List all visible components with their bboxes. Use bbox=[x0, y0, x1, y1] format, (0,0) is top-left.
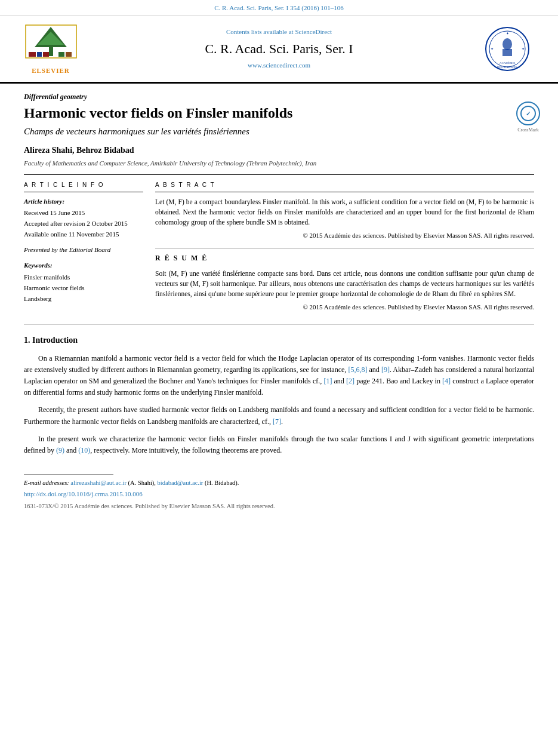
sd-contents-text: Contents lists available at ScienceDirec… bbox=[84, 27, 474, 37]
article-body: Differential geometry Harmonic vector fi… bbox=[0, 92, 558, 511]
ref-9-eq[interactable]: (9) bbox=[56, 446, 64, 454]
journal-center-info: Contents lists available at ScienceDirec… bbox=[84, 27, 474, 70]
svg-marker-3 bbox=[38, 32, 64, 45]
crossmark-icon: ✓ bbox=[520, 105, 537, 122]
footer-separator bbox=[24, 474, 113, 475]
ref-568[interactable]: [5,6,8] bbox=[348, 365, 367, 374]
ref-10-eq[interactable]: (10) bbox=[78, 446, 90, 454]
svg-rect-8 bbox=[66, 52, 72, 57]
france-logo-svg: ACADÉMIE DES SCIENCES ✦ ✦ ✦ bbox=[483, 25, 531, 73]
svg-rect-4 bbox=[29, 52, 36, 57]
section-label: Differential geometry bbox=[24, 92, 534, 102]
subtitle: Champs de vecteurs harmoniques sur les v… bbox=[24, 125, 534, 139]
intro-paragraph-1: On a Riemannian manifold a harmonic vect… bbox=[24, 353, 534, 399]
ref-4[interactable]: [4] bbox=[442, 377, 451, 385]
history-label: Article history: bbox=[24, 197, 143, 207]
ref-9[interactable]: [9] bbox=[381, 365, 390, 374]
elsevier-logo-svg bbox=[23, 22, 79, 64]
keyword-1: Finsler manifolds bbox=[24, 273, 143, 282]
crossmark-badge: ✓ bbox=[516, 102, 540, 125]
keyword-3: Landsberg bbox=[24, 294, 143, 304]
crossmark-container: ✓ CrossMark bbox=[516, 102, 540, 134]
svg-rect-1 bbox=[49, 47, 53, 56]
svg-text:✦: ✦ bbox=[506, 32, 509, 35]
journal-title: C. R. Acad. Sci. Paris, Ser. I bbox=[84, 39, 474, 59]
main-title: Harmonic vector fields on Finsler manifo… bbox=[24, 105, 534, 122]
top-citation-bar: C. R. Acad. Sci. Paris, Ser. I 354 (2016… bbox=[0, 0, 558, 16]
svg-rect-7 bbox=[58, 52, 64, 57]
email-2-link[interactable]: bidabad@aut.ac.ir bbox=[158, 480, 204, 486]
journal-header: ELSEVIER Contents lists available at Sci… bbox=[0, 16, 558, 84]
footer-doi[interactable]: http://dx.doi.org/10.1016/j.crma.2015.10… bbox=[24, 490, 534, 499]
svg-text:✦: ✦ bbox=[522, 47, 525, 51]
ref-1[interactable]: [1] bbox=[323, 377, 332, 385]
footer-email-line: E-mail addresses: alirezashahi@aut.ac.ir… bbox=[24, 478, 534, 487]
ref-2[interactable]: [2] bbox=[346, 377, 354, 385]
abstract-column: A B S T R A C T Let (M, F) be a compact … bbox=[155, 181, 534, 312]
email-2-name: (H. Bidabad). bbox=[205, 480, 239, 486]
svg-text:✓: ✓ bbox=[526, 110, 531, 117]
resume-title: R É S U M É bbox=[155, 248, 534, 263]
main-content: 1. Introduction On a Riemannian manifold… bbox=[24, 324, 534, 456]
email-label: E-mail addresses: bbox=[24, 480, 69, 486]
abstract-copyright: © 2015 Académie des sciences. Published … bbox=[155, 231, 534, 241]
citation-text: C. R. Acad. Sci. Paris, Ser. I 354 (2016… bbox=[214, 4, 344, 11]
keywords-label: Keywords: bbox=[24, 261, 143, 271]
affiliation: Faculty of Mathematics and Computer Scie… bbox=[24, 159, 534, 175]
svg-text:ACADÉMIE: ACADÉMIE bbox=[500, 62, 515, 64]
svg-rect-6 bbox=[43, 52, 49, 57]
crossmark-label: CrossMark bbox=[516, 127, 540, 134]
svg-text:DES SCIENCES: DES SCIENCES bbox=[497, 66, 518, 69]
intro-section-title: 1. Introduction bbox=[24, 334, 534, 346]
journal-url[interactable]: www.sciencedirect.com bbox=[84, 61, 474, 70]
keyword-2: Harmonic vector fields bbox=[24, 284, 143, 293]
email-1-name: (A. Shahi), bbox=[128, 480, 156, 486]
svg-text:✦: ✦ bbox=[491, 47, 494, 51]
abstract-text: Let (M, F) be a compact boundaryless Fin… bbox=[155, 197, 534, 228]
elsevier-logo-container: ELSEVIER bbox=[18, 22, 84, 76]
svg-rect-5 bbox=[37, 52, 42, 57]
accepted-date: Accepted after revision 2 October 2015 bbox=[24, 219, 143, 229]
intro-paragraph-2: Recently, the present authors have studi… bbox=[24, 404, 534, 427]
authors: Alireza Shahi, Behroz Bidabad bbox=[24, 145, 534, 156]
france-academy-logo: ACADÉMIE DES SCIENCES ✦ ✦ ✦ bbox=[474, 25, 540, 73]
ref-7[interactable]: [7] bbox=[273, 417, 281, 426]
elsevier-text: ELSEVIER bbox=[32, 66, 70, 76]
two-column-section: A R T I C L E I N F O Article history: R… bbox=[24, 181, 534, 312]
svg-rect-12 bbox=[502, 49, 512, 56]
footer-issn: 1631-073X/© 2015 Académie des sciences. … bbox=[24, 502, 534, 511]
resume-text: Soit (M, F) une variété finslérienne com… bbox=[155, 269, 534, 300]
received-date: Received 15 June 2015 bbox=[24, 208, 143, 218]
abstract-title: A B S T R A C T bbox=[155, 181, 534, 192]
article-info-column: A R T I C L E I N F O Article history: R… bbox=[24, 181, 143, 312]
footer-section: E-mail addresses: alirezashahi@aut.ac.ir… bbox=[24, 474, 534, 511]
resume-copyright: © 2015 Académie des sciences. Published … bbox=[155, 303, 534, 312]
doi-link[interactable]: http://dx.doi.org/10.1016/j.crma.2015.10… bbox=[24, 490, 143, 497]
intro-paragraph-3: In the present work we characterize the … bbox=[24, 434, 534, 456]
svg-point-11 bbox=[502, 38, 512, 50]
article-info-title: A R T I C L E I N F O bbox=[24, 181, 143, 192]
email-1-link[interactable]: alirezashahi@aut.ac.ir bbox=[70, 480, 127, 486]
presented-by: Presented by the Editorial Board bbox=[24, 245, 143, 255]
available-date: Available online 11 November 2015 bbox=[24, 230, 143, 239]
sd-name[interactable]: ScienceDirect bbox=[295, 28, 332, 35]
